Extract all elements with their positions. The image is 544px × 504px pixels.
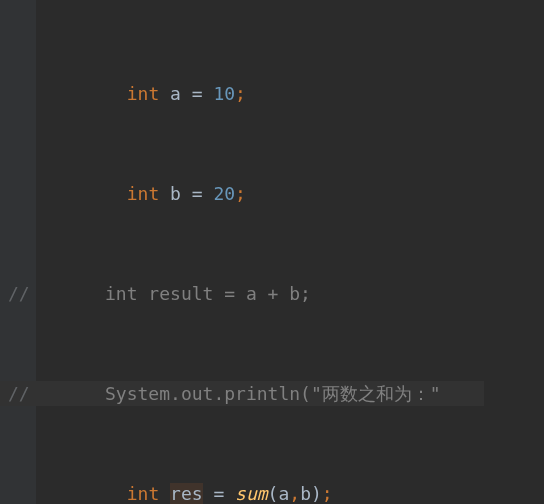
space: [203, 183, 214, 204]
code-line[interactable]: int b = 20;: [0, 181, 484, 206]
commented-code: int result = a + b;: [40, 283, 311, 304]
code-content[interactable]: int a = 10; int b = 20; // int result = …: [0, 0, 484, 504]
semi: ;: [322, 483, 333, 504]
var-res-decl: res: [170, 483, 203, 504]
code-line[interactable]: int res = sum(a,b);: [0, 481, 484, 504]
code-line[interactable]: // int result = a + b;: [0, 281, 484, 306]
var-b: b: [159, 183, 192, 204]
code-editor[interactable]: int a = 10; int b = 20; // int result = …: [0, 0, 544, 504]
keyword-int: int: [127, 483, 160, 504]
semi: ;: [235, 83, 246, 104]
num-10: 10: [213, 83, 235, 104]
op-eq: =: [203, 483, 236, 504]
paren: ): [311, 483, 322, 504]
paren: (: [268, 483, 279, 504]
code-line[interactable]: int a = 10;: [0, 81, 484, 106]
keyword-int: int: [127, 183, 160, 204]
num-20: 20: [213, 183, 235, 204]
commented-code: System.out.println("两数之和为：": [40, 383, 451, 404]
semi: ;: [235, 183, 246, 204]
keyword-int: int: [127, 83, 160, 104]
space: [203, 83, 214, 104]
arg-b: b: [300, 483, 311, 504]
gutter-marker: //: [4, 281, 40, 306]
gutter-marker: //: [4, 381, 40, 406]
arg-a: a: [278, 483, 289, 504]
comma: ,: [289, 483, 300, 504]
op-eq: =: [192, 183, 203, 204]
op-eq: =: [192, 83, 203, 104]
code-line-active[interactable]: // System.out.println("两数之和为：": [0, 381, 484, 406]
var-a: a: [159, 83, 192, 104]
call-sum: sum: [235, 483, 268, 504]
